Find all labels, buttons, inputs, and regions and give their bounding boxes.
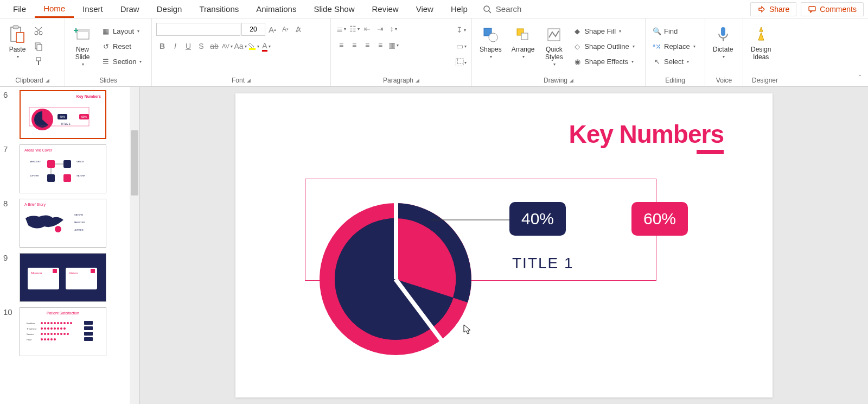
thumbnail-9[interactable]: 9 MissionVision	[0, 250, 139, 304]
svg-text:60%: 60%	[81, 115, 87, 118]
voice-group-label: Voice	[716, 77, 732, 84]
menu-view[interactable]: View	[407, 1, 442, 17]
arrange-label: Arrange	[512, 46, 535, 53]
slide-canvas[interactable]: Key Numbers 40%	[235, 93, 773, 397]
menu-file[interactable]: File	[4, 1, 35, 17]
search-label: Search	[496, 4, 522, 14]
copy-button[interactable]	[34, 41, 43, 51]
badge-40[interactable]: 40%	[509, 202, 566, 236]
find-icon: 🔍	[652, 26, 662, 36]
menu-help[interactable]: Help	[442, 1, 476, 17]
svg-rect-36	[47, 174, 55, 182]
svg-text:Facilities: Facilities	[27, 322, 35, 325]
search-box[interactable]: Search	[476, 4, 528, 14]
font-color-button[interactable]: A▾	[260, 40, 272, 52]
align-left-button[interactable]: ≡	[335, 39, 347, 51]
svg-rect-87	[84, 326, 93, 330]
columns-button[interactable]: ▥▾	[387, 39, 399, 51]
bullets-button[interactable]: ≣▾	[335, 23, 347, 35]
italic-button[interactable]: I	[169, 40, 181, 52]
decrease-font-button[interactable]: A▾	[279, 23, 291, 35]
reset-button[interactable]: ↺Reset	[99, 40, 144, 52]
align-right-button[interactable]: ≡	[361, 39, 373, 51]
font-group-label: Font	[232, 77, 245, 84]
bold-button[interactable]: B	[156, 40, 168, 52]
quick-styles-icon	[544, 25, 564, 45]
increase-font-button[interactable]: A▴	[266, 23, 278, 35]
thumbnail-10[interactable]: 10 Patient Satisfaction FacilitiesTreatm…	[0, 304, 139, 358]
layout-button[interactable]: ▦Layout▾	[99, 25, 144, 37]
change-case-button[interactable]: Aa▾	[234, 40, 246, 52]
badge-60[interactable]: 60%	[631, 202, 688, 236]
layout-label: Layout	[113, 27, 134, 35]
menu-transitions[interactable]: Transitions	[190, 1, 247, 17]
quick-styles-button[interactable]: Quick Styles▾	[541, 23, 567, 69]
line-spacing-button[interactable]: ↕▾	[387, 23, 399, 35]
collapse-ribbon-button[interactable]: ˇ	[854, 72, 866, 84]
group-font: A▴ A▾ A̷ B I U S ab AV▾ Aa▾ ▾ A▾ Font◢	[152, 18, 331, 86]
char-spacing-button[interactable]: AV▾	[221, 40, 233, 52]
svg-point-72	[41, 333, 43, 335]
dialog-launcher-icon[interactable]: ◢	[46, 78, 49, 83]
scroll-thumb[interactable]	[131, 130, 138, 195]
svg-rect-2	[809, 7, 815, 11]
design-ideas-button[interactable]: Design Ideas	[748, 23, 774, 63]
svg-text:Price: Price	[27, 338, 32, 341]
cut-button[interactable]	[34, 26, 43, 36]
menu-slideshow[interactable]: Slide Show	[305, 1, 363, 17]
svg-point-69	[57, 327, 59, 330]
thumb-preview: Areas We Cover MERCURYVENUS JUPITERSATUR…	[20, 144, 106, 193]
align-text-button[interactable]: ▭▾	[455, 40, 467, 52]
comments-button[interactable]: Comments	[801, 2, 864, 16]
arrange-button[interactable]: Arrange▾	[508, 23, 538, 61]
menu-home[interactable]: Home	[35, 1, 74, 18]
decrease-indent-button[interactable]: ⇤	[361, 23, 373, 35]
smartart-button[interactable]: ⿺▾	[455, 56, 467, 68]
chart-subtitle[interactable]: TITLE 1	[512, 255, 574, 272]
format-painter-button[interactable]	[34, 56, 43, 66]
menu-insert[interactable]: Insert	[74, 1, 112, 17]
replace-label: Replace	[664, 42, 690, 50]
group-paragraph: ≣▾ ☷▾ ⇤ ⇥ ↕▾ ≡ ≡ ≡ ≡ ▥▾ ↧▾ ▭▾ ⿺▾	[331, 18, 472, 86]
shapes-button[interactable]: Shapes▾	[476, 23, 505, 61]
numbering-button[interactable]: ☷▾	[348, 23, 360, 35]
shape-effects-button[interactable]: ◉Shape Effects▾	[570, 55, 636, 67]
increase-indent-button[interactable]: ⇥	[374, 23, 386, 35]
thumb-preview: MissionVision	[20, 253, 106, 302]
dictate-button[interactable]: Dictate▾	[710, 23, 736, 61]
dialog-launcher-icon[interactable]: ◢	[570, 78, 573, 83]
replace-button[interactable]: ᵃ⤮Replace▾	[650, 40, 698, 52]
justify-button[interactable]: ≡	[374, 39, 386, 51]
paste-button[interactable]: Paste ▾	[4, 23, 30, 61]
font-family-select[interactable]	[156, 23, 240, 36]
text-direction-button[interactable]: ↧▾	[455, 24, 467, 36]
menu-draw[interactable]: Draw	[112, 1, 148, 17]
highlight-button[interactable]: ▾	[247, 40, 259, 52]
thumbnail-7[interactable]: 7 Areas We Cover MERCURYVENUS JUPITERSAT…	[0, 141, 139, 195]
shadow-button[interactable]: S	[195, 40, 207, 52]
section-button[interactable]: ☰Section▾	[99, 55, 144, 67]
thumbnail-8[interactable]: 8 A Brief Story SATURN MERCURY JUPITER	[0, 195, 139, 250]
strikethrough-button[interactable]: ab	[208, 40, 220, 52]
share-button[interactable]: Share	[750, 2, 796, 16]
shape-outline-button[interactable]: ◇Shape Outline▾	[570, 40, 636, 52]
underline-button[interactable]: U	[182, 40, 194, 52]
new-slide-button[interactable]: New Slide ▾	[69, 23, 95, 69]
thumbnail-scrollbar[interactable]	[130, 87, 139, 404]
svg-point-73	[44, 333, 46, 335]
clear-formatting-button[interactable]: A̷	[292, 23, 304, 35]
svg-rect-52	[53, 269, 57, 273]
shape-fill-button[interactable]: ◆Shape Fill▾	[570, 25, 636, 37]
dialog-launcher-icon[interactable]: ◢	[416, 78, 419, 83]
thumbnail-6[interactable]: 6 Key Numbers 40% 60% TITLE 1	[0, 87, 139, 141]
menu-animations[interactable]: Animations	[247, 1, 305, 17]
align-center-button[interactable]: ≡	[348, 39, 360, 51]
find-button[interactable]: 🔍Find	[650, 25, 698, 37]
leader-line	[431, 217, 518, 223]
select-button[interactable]: ↖Select▾	[650, 55, 698, 67]
font-size-select[interactable]	[241, 23, 265, 36]
svg-point-60	[60, 322, 62, 324]
dialog-launcher-icon[interactable]: ◢	[247, 78, 251, 83]
menu-design[interactable]: Design	[148, 1, 191, 17]
menu-review[interactable]: Review	[363, 1, 407, 17]
